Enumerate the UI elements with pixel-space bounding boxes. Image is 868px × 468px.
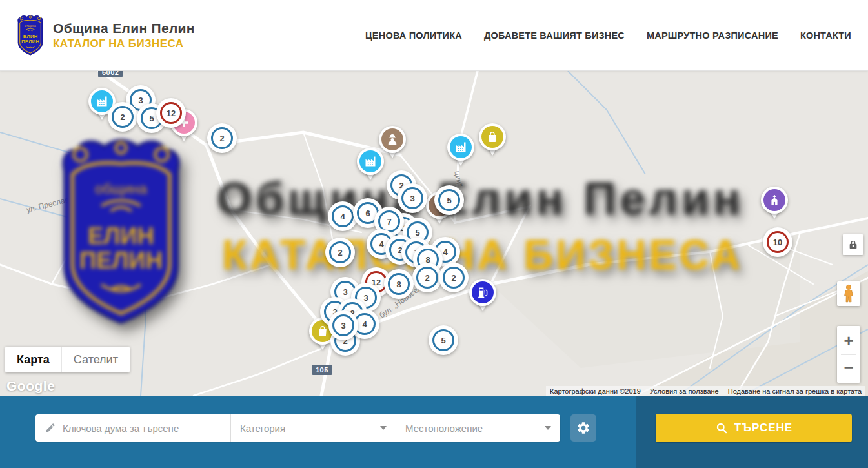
cluster-count: 2 <box>211 127 233 149</box>
search-button[interactable]: ТЪРСЕНЕ <box>656 414 852 442</box>
lock-icon <box>848 239 858 250</box>
attribution-terms-link[interactable]: Условия за ползване <box>650 387 719 395</box>
cluster-count: 8 <box>388 273 410 295</box>
cluster-count: 2 <box>416 267 438 289</box>
map-cluster[interactable]: 2 <box>207 123 237 153</box>
svg-text:ЕЛИН: ЕЛИН <box>23 33 38 39</box>
site-title: Община Елин Пелин <box>53 21 195 36</box>
map-pin-fuel[interactable] <box>469 279 496 314</box>
cluster-count: 4 <box>332 205 354 227</box>
chevron-down-icon <box>380 426 387 430</box>
cluster-count: 10 <box>767 231 789 253</box>
keyword-input[interactable] <box>63 423 211 434</box>
attribution-report-link[interactable]: Подаване на сигнал за грешка в картата <box>728 387 862 395</box>
map-attribution: Картографски данни ©2019 Условия за полз… <box>546 386 865 396</box>
category-value: Категория <box>240 423 285 434</box>
location-value: Местоположение <box>405 423 483 434</box>
header: община ЕЛИН ПЕЛИН Община Елин Пелин КАТА… <box>0 0 868 71</box>
map-pin-factory[interactable] <box>357 148 384 183</box>
search-button-label: ТЪРСЕНЕ <box>734 422 792 434</box>
site-subtitle: КАТАЛОГ НА БИЗНЕСА <box>53 37 195 50</box>
keyword-field[interactable] <box>35 414 230 442</box>
svg-text:община: община <box>25 24 36 27</box>
street-view-pegman[interactable] <box>837 281 860 306</box>
map-cluster[interactable]: 3 <box>328 310 358 340</box>
google-map[interactable]: 6002 105 ул. Преслав бул. „Новоселци" ци… <box>0 71 868 396</box>
nav-item-route-schedule[interactable]: МАРШРУТНО РАЗПИСАНИЕ <box>647 30 778 41</box>
cluster-count: 12 <box>160 102 182 124</box>
road-badge-6002: 6002 <box>98 71 123 77</box>
map-cluster[interactable]: 12 <box>156 98 186 128</box>
search-fields: Категория Местоположение <box>35 414 560 442</box>
cluster-count: 2 <box>112 106 134 128</box>
map-cluster[interactable]: 2 <box>325 238 355 267</box>
cluster-count: 2 <box>329 241 351 263</box>
cluster-count: 3 <box>332 314 354 336</box>
map-cluster[interactable]: 2 <box>439 263 469 292</box>
nav-item-pricing[interactable]: ЦЕНОВА ПОЛИТИКА <box>365 30 462 41</box>
category-select[interactable]: Категория <box>230 414 396 442</box>
attribution-copyright: Картографски данни ©2019 <box>550 387 641 395</box>
road-badge-105: 105 <box>312 365 332 375</box>
google-logo[interactable]: Google <box>6 378 55 394</box>
location-select[interactable]: Местоположение <box>396 414 560 442</box>
pegman-icon <box>842 284 856 303</box>
search-icon <box>715 422 728 434</box>
advanced-settings-button[interactable] <box>570 414 596 442</box>
map-type-map-button[interactable]: Карта <box>5 347 61 372</box>
cluster-count: 5 <box>438 189 460 211</box>
gear-icon <box>576 421 590 435</box>
chevron-down-icon <box>545 426 551 430</box>
main-nav: ЦЕНОВА ПОЛИТИКА ДОБАВЕТЕ ВАШИЯТ БИЗНЕС М… <box>365 30 851 41</box>
map-cluster[interactable]: 2 <box>412 263 442 292</box>
cluster-count: 3 <box>401 187 423 209</box>
map-pin-bag[interactable] <box>479 123 506 158</box>
map-cluster[interactable]: 5 <box>434 185 464 215</box>
map-pin-factory[interactable] <box>447 134 474 168</box>
map-type-control: Карта Сателит <box>5 347 130 372</box>
search-bar: Категория Местоположение ТЪРСЕНЕ <box>0 396 868 468</box>
nav-item-contacts[interactable]: КОНТАКТИ <box>800 30 851 41</box>
pencil-icon <box>45 422 56 434</box>
zoom-in-button[interactable]: + <box>837 329 860 354</box>
municipality-shield-logo: община ЕЛИН ПЕЛИН <box>14 15 46 56</box>
map-cluster[interactable]: 5 <box>429 325 458 355</box>
svg-text:ПЕЛИН: ПЕЛИН <box>21 39 39 45</box>
nav-item-add-business[interactable]: ДОБАВЕТЕ ВАШИЯТ БИЗНЕС <box>484 30 625 41</box>
site-logo[interactable]: община ЕЛИН ПЕЛИН Община Елин Пелин КАТА… <box>14 15 195 56</box>
zoom-out-button[interactable]: − <box>837 354 860 380</box>
map-cluster[interactable]: 3 <box>398 183 427 213</box>
map-cluster[interactable]: 10 <box>763 227 792 257</box>
cluster-count: 5 <box>432 329 454 351</box>
zoom-control: + − <box>837 326 860 383</box>
lock-button[interactable] <box>843 234 863 255</box>
map-type-satellite-button[interactable]: Сателит <box>61 347 130 372</box>
map-cluster[interactable]: 8 <box>384 269 414 299</box>
map-pin-church[interactable] <box>761 187 788 221</box>
cluster-count: 2 <box>443 267 465 289</box>
map-cluster[interactable]: 2 <box>108 102 137 132</box>
